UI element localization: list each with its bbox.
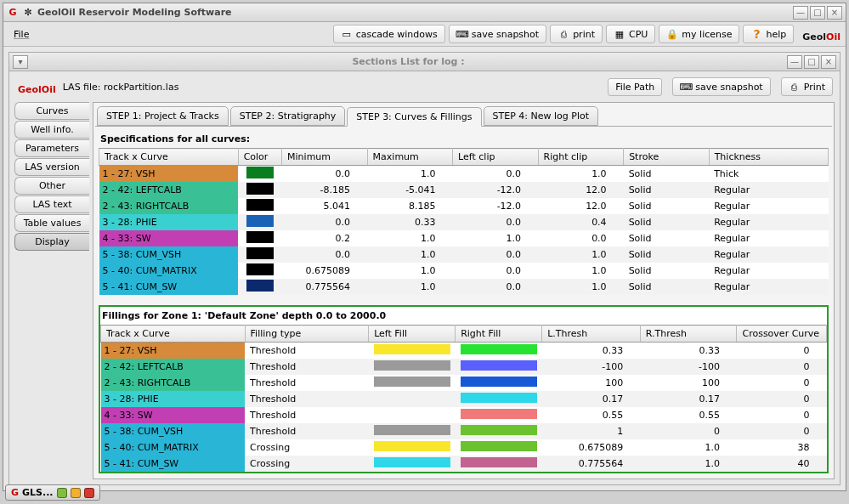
stroke-cell[interactable]: Solid: [624, 246, 710, 263]
left-fill-cell[interactable]: [369, 439, 456, 456]
table-row[interactable]: 5 - 41: CUM_SW0.7755641.00.01.0SolidRegu…: [99, 279, 829, 295]
table-row[interactable]: 2 - 42: LEFTCALBThreshold-100-1000: [101, 359, 827, 375]
fill-col-right-fill[interactable]: Right Fill: [456, 326, 542, 343]
leftclip-cell[interactable]: -12.0: [453, 198, 539, 214]
close-button[interactable]: ×: [827, 6, 842, 20]
right-fill-cell[interactable]: [456, 343, 542, 360]
side-tab-other[interactable]: Other: [14, 177, 89, 195]
sub-save-snapshot-button[interactable]: ⌨save snapshot: [672, 77, 770, 96]
spec-col-maximum[interactable]: Maximum: [367, 149, 453, 166]
rightclip-cell[interactable]: 0.0: [538, 230, 624, 246]
table-row[interactable]: 5 - 38: CUM_VSHThreshold100: [101, 423, 827, 439]
spec-col-minimum[interactable]: Minimum: [282, 149, 368, 166]
max-cell[interactable]: 0.33: [367, 214, 453, 230]
taskbar-item[interactable]: G GLS...: [5, 484, 100, 501]
min-cell[interactable]: 0.0: [282, 214, 368, 230]
thickness-cell[interactable]: Regular: [709, 279, 828, 295]
fill-type-cell[interactable]: Threshold: [245, 423, 369, 439]
rightclip-cell[interactable]: 0.4: [538, 214, 624, 230]
fill-type-cell[interactable]: Threshold: [245, 359, 369, 375]
stroke-cell[interactable]: Solid: [624, 166, 710, 183]
table-row[interactable]: 4 - 33: SW0.21.01.00.0SolidRegular: [99, 230, 829, 246]
max-cell[interactable]: -5.041: [367, 182, 453, 198]
left-fill-cell[interactable]: [369, 391, 456, 407]
fill-type-cell[interactable]: Threshold: [245, 407, 369, 423]
sub-minimize-button[interactable]: —: [787, 55, 802, 69]
side-tab-las-text[interactable]: LAS text: [14, 195, 89, 213]
spec-col-track-x-curve[interactable]: Track x Curve: [99, 149, 239, 166]
leftclip-cell[interactable]: 0.0: [453, 279, 539, 295]
crossover-cell[interactable]: 0: [737, 359, 827, 375]
stroke-cell[interactable]: Solid: [624, 263, 710, 279]
task-max-icon[interactable]: [71, 488, 81, 498]
table-row[interactable]: 5 - 41: CUM_SWCrossing0.7755641.040: [101, 456, 827, 472]
thickness-cell[interactable]: Regular: [709, 198, 828, 214]
leftclip-cell[interactable]: 0.0: [453, 214, 539, 230]
min-cell[interactable]: 0.0: [282, 166, 368, 183]
leftclip-cell[interactable]: 0.0: [453, 263, 539, 279]
r-thresh-cell[interactable]: 1.0: [640, 439, 737, 456]
stroke-cell[interactable]: Solid: [624, 230, 710, 246]
left-fill-cell[interactable]: [369, 423, 456, 439]
left-fill-cell[interactable]: [369, 359, 456, 375]
color-cell[interactable]: [238, 263, 281, 279]
fill-type-cell[interactable]: Threshold: [245, 375, 369, 391]
table-row[interactable]: 1 - 27: VSH0.01.00.01.0SolidThick: [99, 166, 829, 183]
rightclip-cell[interactable]: 12.0: [538, 182, 624, 198]
fill-type-cell[interactable]: Threshold: [245, 391, 369, 407]
thickness-cell[interactable]: Thick: [709, 166, 828, 183]
sub-print-button[interactable]: ⎙Print: [781, 77, 833, 96]
step-tab-3[interactable]: STEP 3: Curves & Fillings: [347, 107, 481, 127]
side-tab-table-values[interactable]: Table values: [14, 214, 89, 232]
r-thresh-cell[interactable]: 100: [640, 375, 737, 391]
fill-type-cell[interactable]: Crossing: [245, 456, 369, 472]
r-thresh-cell[interactable]: 0.33: [640, 343, 737, 360]
fill-type-cell[interactable]: Threshold: [245, 343, 369, 360]
side-tab-las-version[interactable]: LAS version: [14, 158, 89, 176]
table-row[interactable]: 2 - 43: RIGHTCALB5.0418.185-12.012.0Soli…: [99, 198, 829, 214]
spec-col-color[interactable]: Color: [238, 149, 281, 166]
task-min-icon[interactable]: [57, 488, 67, 498]
table-row[interactable]: 3 - 28: PHIEThreshold0.170.170: [101, 391, 827, 407]
side-tab-display[interactable]: Display: [14, 233, 89, 251]
side-tab-curves[interactable]: Curves: [14, 102, 89, 120]
left-fill-cell[interactable]: [369, 343, 456, 360]
my-license-button[interactable]: 🔒my license: [659, 25, 739, 43]
r-thresh-cell[interactable]: 0: [640, 423, 737, 439]
min-cell[interactable]: 5.041: [282, 198, 368, 214]
r-thresh-cell[interactable]: -100: [640, 359, 737, 375]
sub-expand-button[interactable]: ▾: [13, 55, 28, 69]
rightclip-cell[interactable]: 1.0: [538, 279, 624, 295]
color-cell[interactable]: [238, 279, 281, 295]
max-cell[interactable]: 1.0: [367, 263, 453, 279]
l-thresh-cell[interactable]: 1: [542, 423, 641, 439]
max-cell[interactable]: 1.0: [367, 166, 453, 183]
fill-col-r-thresh[interactable]: R.Thresh: [640, 326, 737, 343]
task-close-icon[interactable]: [84, 488, 94, 498]
spec-col-stroke[interactable]: Stroke: [624, 149, 710, 166]
fill-type-cell[interactable]: Crossing: [245, 439, 369, 456]
l-thresh-cell[interactable]: 0.55: [542, 407, 641, 423]
help-button[interactable]: ?help: [743, 25, 794, 43]
file-path-button[interactable]: File Path: [608, 78, 662, 96]
min-cell[interactable]: 0.675089: [282, 263, 368, 279]
cpu-button[interactable]: ▦CPU: [606, 25, 655, 43]
leftclip-cell[interactable]: 1.0: [453, 230, 539, 246]
side-tab-well-info-[interactable]: Well info.: [14, 121, 89, 139]
fill-col-crossover-curve[interactable]: Crossover Curve: [737, 326, 827, 343]
maximize-button[interactable]: □: [810, 6, 825, 20]
r-thresh-cell[interactable]: 1.0: [640, 456, 737, 472]
right-fill-cell[interactable]: [456, 439, 542, 456]
table-row[interactable]: 3 - 28: PHIE0.00.330.00.4SolidRegular: [99, 214, 829, 230]
fill-col-track-x-curve[interactable]: Track x Curve: [101, 326, 246, 343]
menu-file[interactable]: File: [8, 27, 34, 42]
l-thresh-cell[interactable]: 0.17: [542, 391, 641, 407]
stroke-cell[interactable]: Solid: [624, 182, 710, 198]
crossover-cell[interactable]: 38: [737, 439, 827, 456]
color-cell[interactable]: [238, 246, 281, 263]
max-cell[interactable]: 1.0: [367, 279, 453, 295]
right-fill-cell[interactable]: [456, 391, 542, 407]
right-fill-cell[interactable]: [456, 407, 542, 423]
table-row[interactable]: 5 - 38: CUM_VSH0.01.00.01.0SolidRegular: [99, 246, 829, 263]
rightclip-cell[interactable]: 1.0: [538, 246, 624, 263]
